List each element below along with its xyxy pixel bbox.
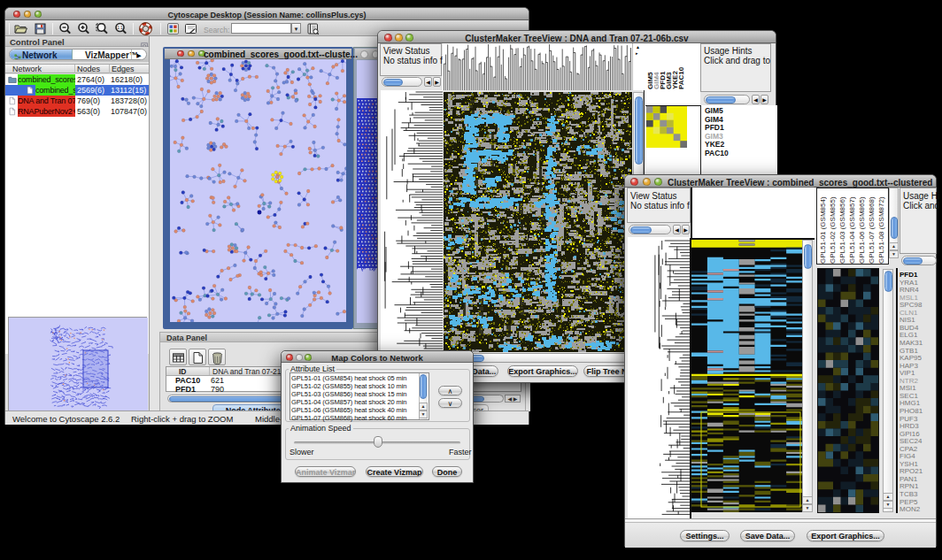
svg-text:1:1: 1:1 xyxy=(117,26,123,30)
